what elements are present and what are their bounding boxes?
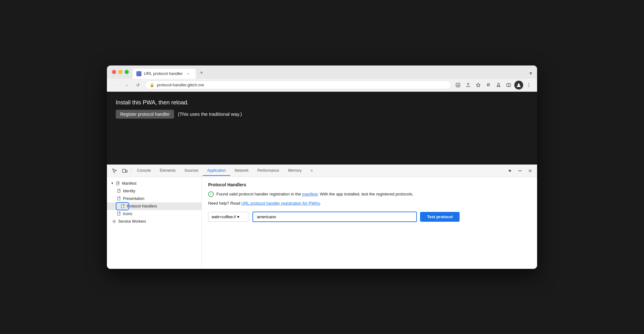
tab-performance[interactable]: Performance	[253, 166, 284, 176]
new-tab-button[interactable]: +	[197, 69, 206, 77]
identity-file-icon	[117, 189, 121, 193]
url-field[interactable]: 🔒 protocol-handler.glitch.me	[145, 81, 451, 89]
manifest-link[interactable]: manifest	[302, 192, 318, 196]
split-screen-icon[interactable]	[504, 81, 513, 90]
page-note: (This uses the traditional way.)	[178, 111, 242, 117]
tab-bar: URL protocol handler × + ▾	[133, 69, 532, 79]
reload-button[interactable]: ↺	[133, 81, 142, 90]
tab-label: URL protocol handler	[144, 71, 183, 76]
tab-network[interactable]: Network	[230, 166, 253, 176]
svg-rect-6	[122, 169, 126, 172]
tab-memory[interactable]: Memory	[284, 166, 306, 176]
manifest-arrow-icon: ▼	[111, 182, 114, 185]
tab-elements[interactable]: Elements	[155, 166, 180, 176]
maximize-button[interactable]	[125, 70, 129, 74]
share-icon[interactable]	[464, 81, 473, 90]
success-message: ✓ Found valid protocol handler registrat…	[208, 191, 531, 197]
protocol-dropdown-arrow-icon: ▾	[237, 214, 239, 219]
devtools-main-panel: Protocol Handlers ✓ Found valid protocol…	[202, 177, 537, 269]
devtools-sidebar: ▼ Manifest Identity	[107, 177, 202, 269]
test-protocol-button[interactable]: Test protocol	[420, 212, 460, 222]
title-bar: URL protocol handler × + ▾	[107, 65, 537, 79]
sidebar-item-icons[interactable]: Icons	[107, 210, 201, 218]
svg-point-8	[510, 170, 511, 171]
svg-rect-20	[118, 212, 120, 215]
star-icon[interactable]	[474, 81, 483, 90]
back-button[interactable]: ←	[111, 81, 120, 90]
manifest-file-icon	[116, 181, 120, 186]
sidebar-item-service-workers[interactable]: Service Workers	[107, 218, 201, 225]
panel-title: Protocol Handlers	[208, 182, 531, 187]
traffic-lights	[112, 70, 129, 77]
sidebar-item-presentation[interactable]: Presentation	[107, 195, 201, 202]
svg-point-21	[114, 221, 115, 222]
presentation-file-icon	[117, 196, 121, 201]
svg-point-10	[520, 170, 521, 171]
devtools-panel: Console Elements Sources Application Net…	[107, 164, 537, 269]
tab-favicon	[136, 71, 141, 76]
devtools-controls	[505, 166, 535, 175]
tab-dropdown-button[interactable]: ▾	[529, 70, 532, 79]
tab-sources[interactable]: Sources	[180, 166, 203, 176]
tab-application[interactable]: Application	[203, 166, 230, 176]
tab-console[interactable]: Console	[133, 166, 155, 176]
download-icon[interactable]	[454, 81, 462, 90]
manifest-label: Manifest	[122, 181, 136, 186]
devtools-settings-icon[interactable]	[505, 166, 514, 175]
svg-point-4	[529, 84, 529, 85]
close-button[interactable]	[112, 70, 116, 74]
protocol-select-value: web+coffee://	[212, 214, 236, 219]
register-protocol-handler-button[interactable]: Register protocol handler	[116, 110, 174, 119]
page-instruction: Install this PWA, then reload.	[116, 99, 528, 106]
sidebar-item-presentation-label: Presentation	[123, 196, 144, 201]
svg-rect-19	[121, 204, 124, 208]
page-content: Install this PWA, then reload. Register …	[107, 92, 537, 164]
active-tab[interactable]: URL protocol handler ×	[133, 69, 196, 79]
icons-file-icon	[117, 212, 121, 216]
protocol-select-dropdown[interactable]: web+coffee:// ▾	[208, 212, 249, 222]
sidebar-item-identity[interactable]: Identity	[107, 187, 201, 195]
sidebar-item-protocol-handlers-label: Protocol Handlers	[127, 204, 157, 208]
svg-rect-17	[118, 189, 120, 193]
profile-icon[interactable]	[514, 81, 523, 90]
device-toolbar-icon[interactable]	[120, 165, 130, 177]
success-check-icon: ✓	[208, 191, 214, 197]
browser-window: URL protocol handler × + ▾ ← → ↺ 🔒 proto…	[107, 65, 537, 269]
success-text: Found valid protocol handler registratio…	[216, 191, 413, 197]
sidebar-item-identity-label: Identity	[123, 189, 135, 193]
devtools-close-icon[interactable]	[526, 166, 535, 175]
help-link[interactable]: URL protocol handler registration for PW…	[241, 201, 320, 206]
svg-point-11	[521, 170, 522, 171]
tab-more[interactable]: »	[306, 166, 317, 176]
svg-point-3	[529, 83, 529, 84]
devtools-body: ▼ Manifest Identity	[107, 177, 537, 269]
labs-icon[interactable]	[494, 81, 503, 90]
service-workers-label: Service Workers	[118, 219, 146, 224]
help-text: Need help? Read URL protocol handler reg…	[208, 200, 531, 207]
extensions-icon[interactable]	[484, 81, 493, 90]
service-workers-gear-icon	[112, 219, 116, 224]
address-bar: ← → ↺ 🔒 protocol-handler.glitch.me	[107, 79, 537, 92]
toolbar-icons	[454, 81, 533, 90]
inspect-element-icon[interactable]	[109, 165, 120, 177]
sidebar-item-protocol-handlers[interactable]: Protocol Handlers	[107, 202, 201, 210]
chrome-menu-icon[interactable]	[524, 81, 533, 90]
minimize-button[interactable]	[118, 70, 122, 74]
svg-rect-18	[118, 197, 120, 200]
devtools-more-icon[interactable]	[516, 166, 524, 175]
manifest-parent[interactable]: ▼ Manifest	[107, 180, 201, 187]
sidebar-item-icons-label: Icons	[123, 212, 132, 216]
lock-icon: 🔒	[150, 83, 154, 87]
tab-close-button[interactable]: ×	[186, 71, 191, 76]
devtools-tabs: Console Elements Sources Application Net…	[107, 165, 537, 177]
test-row: web+coffee:// ▾ Test protocol	[208, 212, 531, 222]
forward-button[interactable]: →	[122, 81, 131, 90]
protocol-handlers-file-icon	[121, 204, 125, 208]
svg-point-9	[518, 170, 519, 171]
tabs-separator	[131, 168, 131, 174]
url-text: protocol-handler.glitch.me	[157, 83, 446, 87]
protocol-input-field[interactable]	[252, 212, 417, 222]
svg-point-5	[529, 86, 529, 87]
svg-rect-7	[126, 170, 127, 172]
